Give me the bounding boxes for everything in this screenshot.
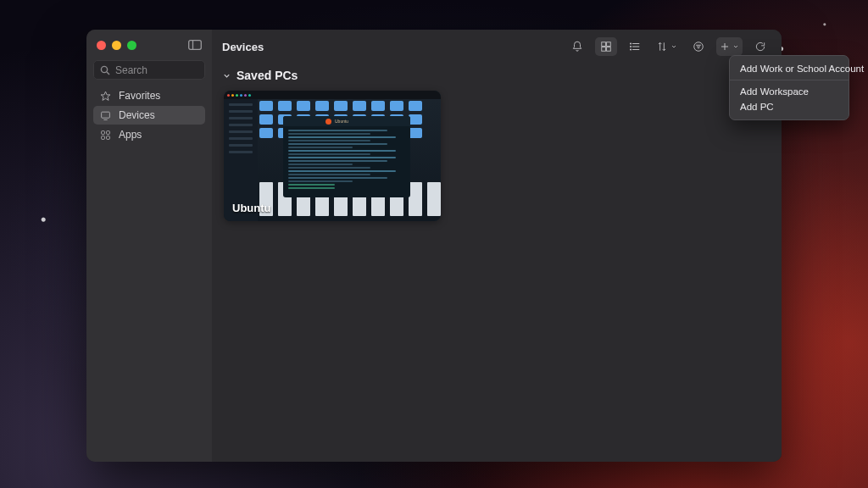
- zoom-window-button[interactable]: [127, 41, 136, 50]
- menu-separator: [730, 80, 849, 80]
- menu-item-add-account[interactable]: Add Work or School Account: [730, 61, 849, 76]
- sidebar-item-devices[interactable]: Devices: [93, 106, 205, 125]
- chevron-down-icon: [670, 43, 677, 50]
- svg-rect-10: [107, 136, 110, 139]
- svg-rect-5: [102, 112, 110, 118]
- display-icon: [100, 110, 112, 121]
- svg-marker-4: [101, 92, 110, 100]
- sidebar-item-apps[interactable]: Apps: [93, 125, 205, 144]
- plus-icon: [720, 42, 730, 52]
- sidebar-item-favorites[interactable]: Favorites: [93, 86, 205, 105]
- menu-item-add-pc[interactable]: Add PC: [730, 99, 849, 114]
- chevron-down-icon: [222, 71, 231, 80]
- svg-rect-13: [602, 47, 606, 52]
- filter-icon: [693, 41, 704, 53]
- svg-point-19: [630, 46, 631, 47]
- traffic-lights[interactable]: [97, 41, 136, 50]
- minimize-window-button[interactable]: [112, 41, 121, 50]
- refresh-icon: [754, 41, 766, 53]
- sidebar-item-label: Favorites: [119, 90, 160, 102]
- search-icon: [100, 65, 110, 75]
- view-grid-button[interactable]: [595, 37, 617, 56]
- pc-name: Ubuntu: [232, 202, 270, 214]
- menu-item-add-workspace[interactable]: Add Workspace: [730, 84, 849, 99]
- add-button[interactable]: [716, 37, 743, 56]
- filter-button[interactable]: [687, 37, 709, 56]
- sidebar-item-label: Devices: [119, 109, 155, 121]
- svg-point-2: [101, 66, 107, 72]
- svg-rect-7: [102, 130, 105, 134]
- toolbar: Devices: [212, 30, 782, 64]
- saved-pc-card[interactable]: Ubuntu Ubuntu: [224, 91, 441, 221]
- app-window: Favorites Devices Apps Devices: [86, 30, 782, 462]
- apps-grid-icon: [100, 130, 112, 141]
- section-title: Saved PCs: [236, 69, 298, 82]
- svg-rect-9: [102, 136, 105, 139]
- svg-rect-14: [607, 47, 611, 52]
- content-area: Saved PCs Ubuntu: [212, 64, 782, 462]
- sort-button[interactable]: [653, 37, 681, 56]
- close-window-button[interactable]: [97, 41, 106, 50]
- sidebar-item-label: Apps: [119, 129, 142, 141]
- search-field[interactable]: [93, 60, 205, 80]
- grid-icon: [600, 41, 612, 53]
- section-header[interactable]: Saved PCs: [222, 69, 770, 82]
- star-icon: [100, 91, 112, 102]
- svg-rect-0: [189, 41, 202, 50]
- add-menu: Add Work or School Account Add Workspace…: [729, 55, 849, 120]
- view-list-button[interactable]: [624, 37, 646, 56]
- page-title: Devices: [222, 41, 264, 53]
- bell-icon: [571, 41, 583, 53]
- search-input[interactable]: [115, 64, 198, 76]
- svg-rect-8: [107, 130, 110, 134]
- window-controls: [93, 36, 205, 55]
- notifications-button[interactable]: [566, 37, 588, 56]
- svg-line-3: [107, 72, 109, 75]
- chevron-down-icon: [732, 43, 739, 50]
- main-pane: Devices: [212, 30, 782, 462]
- refresh-button[interactable]: [749, 37, 771, 56]
- sidebar: Favorites Devices Apps: [86, 30, 212, 462]
- list-icon: [629, 41, 641, 53]
- sort-icon: [656, 41, 668, 53]
- sidebar-nav: Favorites Devices Apps: [93, 86, 205, 144]
- svg-point-18: [630, 43, 631, 44]
- toggle-sidebar-icon[interactable]: [188, 40, 202, 50]
- saved-pc-grid: Ubuntu Ubuntu: [224, 91, 770, 221]
- svg-rect-11: [602, 42, 606, 47]
- svg-point-20: [630, 49, 631, 50]
- svg-rect-12: [607, 42, 611, 47]
